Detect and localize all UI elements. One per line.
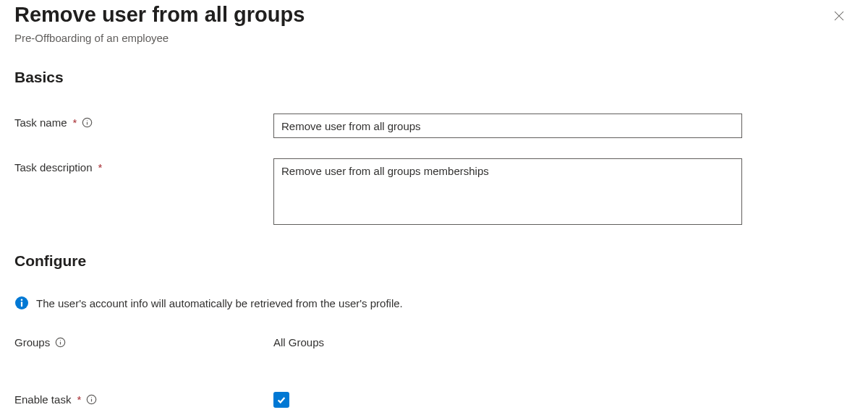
section-configure-title: Configure: [14, 252, 854, 270]
groups-value: All Groups: [273, 333, 742, 348]
section-basics-title: Basics: [14, 69, 854, 86]
close-icon: [833, 9, 846, 22]
svg-point-3: [21, 299, 23, 301]
task-description-input[interactable]: [273, 158, 742, 225]
info-icon[interactable]: [54, 337, 66, 348]
groups-label: Groups: [14, 336, 50, 348]
svg-rect-4: [21, 301, 22, 307]
task-name-input[interactable]: [273, 114, 742, 138]
info-filled-icon: [14, 296, 29, 310]
task-name-label: Task name: [14, 116, 67, 129]
required-asterisk: *: [98, 161, 103, 174]
svg-point-1: [87, 120, 88, 121]
info-icon[interactable]: [81, 117, 93, 129]
enable-task-checkbox[interactable]: [273, 392, 289, 408]
svg-point-6: [60, 340, 61, 341]
close-button[interactable]: [827, 4, 851, 27]
page-subtitle: Pre-Offboarding of an employee: [14, 32, 305, 44]
check-icon: [276, 395, 286, 405]
task-description-label: Task description: [14, 161, 93, 174]
page-title: Remove user from all groups: [14, 1, 305, 27]
info-message: The user's account info will automatical…: [36, 297, 403, 309]
svg-point-8: [91, 397, 92, 398]
required-asterisk: *: [77, 393, 81, 406]
info-icon[interactable]: [85, 394, 97, 406]
enable-task-label: Enable task: [14, 393, 71, 406]
required-asterisk: *: [73, 116, 77, 129]
